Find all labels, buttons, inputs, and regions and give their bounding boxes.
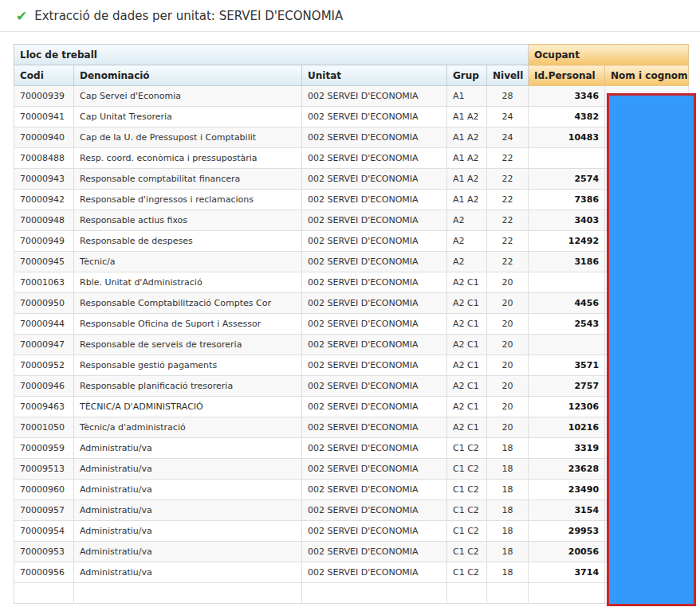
cell-codi: 70000953: [14, 542, 74, 562]
col-header-id-personal: Id.Personal: [529, 65, 605, 86]
cell-nivell: 20: [487, 272, 529, 293]
results-table-container: Lloc de treball Ocupant Codi Denominació…: [14, 44, 688, 604]
cell-unitat: 002 SERVEI D'ECONOMIA: [302, 459, 447, 480]
cell-codi: 70000949: [14, 231, 74, 252]
cell-denominacio: Administratiu/va: [74, 521, 302, 542]
cell-unitat: 002 SERVEI D'ECONOMIA: [302, 86, 447, 107]
table-row: 70001050 Tècnic/a d'administració 002 SE…: [14, 417, 689, 438]
cell-nivell: 18: [487, 480, 529, 500]
cell-nivell: 20: [487, 355, 529, 376]
cell-codi: 70000957: [14, 500, 74, 521]
cell-id-personal: 2574: [529, 169, 605, 190]
cell-codi: 70000945: [14, 252, 74, 272]
table-row: 70000959 Administratiu/va 002 SERVEI D'E…: [14, 438, 689, 459]
cell-denominacio: Responsable d'ingressos i reclamacions: [74, 190, 302, 210]
cell-grup: A2: [447, 210, 487, 231]
cell-id-personal: [529, 272, 605, 293]
cell-unitat: 002 SERVEI D'ECONOMIA: [302, 376, 447, 397]
page-header: ✔ Extracció de dades per unitat: SERVEI …: [0, 0, 700, 32]
cell-denominacio: Tècnic/a d'administració: [74, 417, 302, 438]
cell-unitat: 002 SERVEI D'ECONOMIA: [302, 148, 447, 169]
col-header-grup: Grup: [447, 65, 487, 86]
cell-unitat: 002 SERVEI D'ECONOMIA: [302, 169, 447, 190]
cell-id-personal: [529, 148, 605, 169]
cell-grup: A2 C1: [447, 314, 487, 335]
col-header-codi: Codi: [14, 65, 74, 86]
cell-denominacio: TÈCNIC/A D'ADMINISTRACIÓ: [74, 397, 302, 417]
cell-nivell: 20: [487, 376, 529, 397]
cell-nivell: 24: [487, 127, 529, 148]
cell-denominacio: Cap Unitat Tresoreria: [74, 107, 302, 127]
cell-nivell: 22: [487, 148, 529, 169]
cell-unitat: 002 SERVEI D'ECONOMIA: [302, 293, 447, 314]
table-row: 70000954 Administratiu/va 002 SERVEI D'E…: [14, 521, 689, 542]
table-row: 70000957 Administratiu/va 002 SERVEI D'E…: [14, 500, 689, 521]
cell-id-personal: [529, 335, 605, 355]
cell-grup: A2 C1: [447, 376, 487, 397]
cell-id-personal: 7386: [529, 190, 605, 210]
table-row: 70000946 Responsable planificació tresor…: [14, 376, 689, 397]
cell-grup: A2 C1: [447, 293, 487, 314]
cell-unitat: 002 SERVEI D'ECONOMIA: [302, 562, 447, 583]
cell-grup: A2: [447, 231, 487, 252]
cell-denominacio: Tècnic/a: [74, 252, 302, 272]
cell-id-personal: 23628: [529, 459, 605, 480]
cell-nivell: 18: [487, 542, 529, 562]
cell-nivell: 18: [487, 562, 529, 583]
group-header-lloc-de-treball: Lloc de treball: [14, 45, 529, 65]
cell-unitat: 002 SERVEI D'ECONOMIA: [302, 397, 447, 417]
table-row: 70000950 Responsable Comptabilització Co…: [14, 293, 689, 314]
cell-id-personal: 12492: [529, 231, 605, 252]
table-row: 70000947 Responsable de serveis de treso…: [14, 335, 689, 355]
cell-codi: 70000942: [14, 190, 74, 210]
cell-grup: A1: [447, 86, 487, 107]
table-row: 70000956 Administratiu/va 002 SERVEI D'E…: [14, 562, 689, 583]
cell-unitat: 002 SERVEI D'ECONOMIA: [302, 438, 447, 459]
table-row: 70000949 Responsable de despeses 002 SER…: [14, 231, 689, 252]
table-row: 70009513 Administratiu/va 002 SERVEI D'E…: [14, 459, 689, 480]
cell-unitat: 002 SERVEI D'ECONOMIA: [302, 417, 447, 438]
cell-id-personal: 3346: [529, 86, 605, 107]
table-row: 70009463 TÈCNIC/A D'ADMINISTRACIÓ 002 SE…: [14, 397, 689, 417]
table-row: 70000960 Administratiu/va 002 SERVEI D'E…: [14, 480, 689, 500]
cell-grup: [447, 583, 487, 604]
cell-id-personal: 3154: [529, 500, 605, 521]
cell-denominacio: [74, 583, 302, 604]
cell-unitat: 002 SERVEI D'ECONOMIA: [302, 355, 447, 376]
cell-unitat: [302, 583, 447, 604]
cell-grup: C1 C2: [447, 459, 487, 480]
cell-denominacio: Responsable planificació tresoreria: [74, 376, 302, 397]
cell-id-personal: 23490: [529, 480, 605, 500]
cell-grup: C1 C2: [447, 500, 487, 521]
table-row: 70000942 Responsable d'ingressos i recla…: [14, 190, 689, 210]
cell-grup: C1 C2: [447, 438, 487, 459]
table-row: 70000941 Cap Unitat Tresoreria 002 SERVE…: [14, 107, 689, 127]
cell-denominacio: Administratiu/va: [74, 542, 302, 562]
cell-codi: 70009463: [14, 397, 74, 417]
cell-denominacio: Responsable de despeses: [74, 231, 302, 252]
cell-denominacio: Responsable Comptabilització Comptes Cor: [74, 293, 302, 314]
cell-denominacio: Administratiu/va: [74, 480, 302, 500]
cell-id-personal: 4456: [529, 293, 605, 314]
cell-unitat: 002 SERVEI D'ECONOMIA: [302, 210, 447, 231]
cell-grup: A1 A2: [447, 190, 487, 210]
cell-denominacio: Responsable gestió pagaments: [74, 355, 302, 376]
cell-unitat: 002 SERVEI D'ECONOMIA: [302, 480, 447, 500]
cell-grup: C1 C2: [447, 521, 487, 542]
cell-nivell: 22: [487, 190, 529, 210]
cell-nivell: 20: [487, 397, 529, 417]
table-row: 70000944 Responsable Oficina de Suport i…: [14, 314, 689, 335]
cell-codi: 70000944: [14, 314, 74, 335]
table-row: 70000940 Cap de la U. de Pressupost i Co…: [14, 127, 689, 148]
cell-denominacio: Responsable de serveis de tresoreria: [74, 335, 302, 355]
cell-codi: [14, 583, 74, 604]
cell-grup: A1 A2: [447, 169, 487, 190]
cell-id-personal: 20056: [529, 542, 605, 562]
cell-nivell: 18: [487, 438, 529, 459]
cell-id-personal: 3403: [529, 210, 605, 231]
cell-id-personal: 3571: [529, 355, 605, 376]
cell-unitat: 002 SERVEI D'ECONOMIA: [302, 127, 447, 148]
page-title: Extracció de dades per unitat: SERVEI D'…: [34, 9, 343, 23]
cell-denominacio: Administratiu/va: [74, 500, 302, 521]
cell-codi: 70000960: [14, 480, 74, 500]
